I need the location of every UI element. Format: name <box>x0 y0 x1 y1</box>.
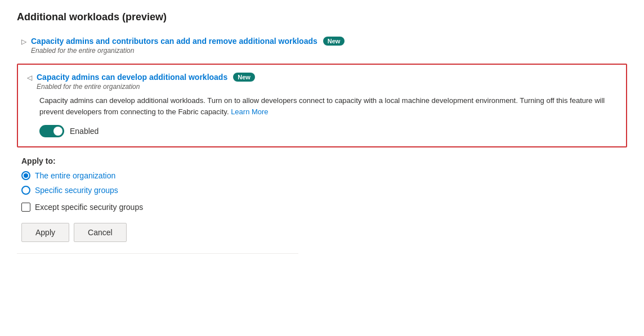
radio-option-entire[interactable]: The entire organization <box>21 171 627 180</box>
expanded-card-2: ◁ Capacity admins can develop additional… <box>17 64 627 147</box>
radio-option-specific[interactable]: Specific security groups <box>21 186 627 195</box>
apply-to-section: Apply to: The entire organization Specif… <box>17 156 627 242</box>
workload-title-1: Capacity admins and contributors can add… <box>31 37 317 46</box>
chevron-down-icon: ◁ <box>27 74 32 82</box>
radio-entire[interactable] <box>21 171 30 180</box>
toggle-label: Enabled <box>70 127 99 136</box>
toggle-row: Enabled <box>27 125 617 137</box>
workload-item-2[interactable]: ◁ Capacity admins can develop additional… <box>27 73 617 91</box>
apply-to-label: Apply to: <box>21 156 627 165</box>
except-groups-label: Except specific security groups <box>35 203 143 212</box>
workload-subtitle-1: Enabled for the entire organization <box>31 47 627 55</box>
radio-group: The entire organization Specific securit… <box>21 171 627 195</box>
page-title: Additional workloads (preview) <box>17 11 627 23</box>
toggle-thumb <box>53 127 62 136</box>
badge-new-2: New <box>233 73 255 82</box>
workload-title-2: Capacity admins can develop additional w… <box>37 73 227 82</box>
workload-header-1: Capacity admins and contributors can add… <box>31 37 627 46</box>
badge-new-1: New <box>323 37 345 46</box>
workload-content-2: Capacity admins can develop additional w… <box>37 73 617 91</box>
apply-button[interactable]: Apply <box>21 223 69 242</box>
button-row: Apply Cancel <box>21 223 627 242</box>
workload-subtitle-2: Enabled for the entire organization <box>37 83 617 91</box>
chevron-right-icon: ▷ <box>21 38 26 46</box>
workload-item-1[interactable]: ▷ Capacity admins and contributors can a… <box>21 33 627 58</box>
toggle-track <box>39 125 64 137</box>
workload-description: Capacity admins can develop additional w… <box>27 95 617 117</box>
workload-header-2: Capacity admins can develop additional w… <box>37 73 617 82</box>
radio-specific-label: Specific security groups <box>35 186 118 195</box>
checkbox-except[interactable]: Except specific security groups <box>21 203 627 212</box>
except-groups-checkbox[interactable] <box>21 203 30 212</box>
radio-entire-label: The entire organization <box>35 171 115 180</box>
cancel-button[interactable]: Cancel <box>74 223 127 242</box>
workload-content-1: Capacity admins and contributors can add… <box>31 37 627 55</box>
learn-more-link[interactable]: Learn More <box>231 107 268 116</box>
section-divider <box>17 253 298 254</box>
radio-specific[interactable] <box>21 186 30 195</box>
enabled-toggle[interactable] <box>39 125 64 137</box>
